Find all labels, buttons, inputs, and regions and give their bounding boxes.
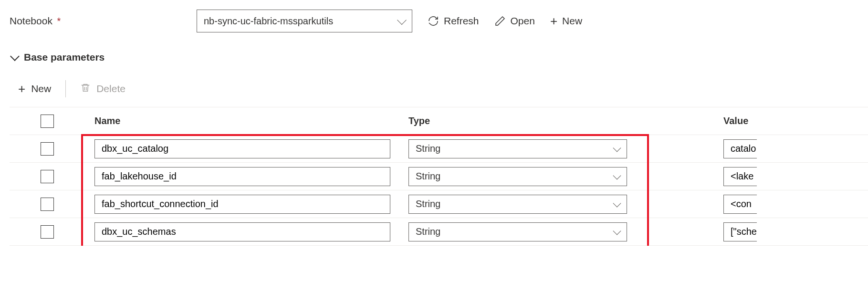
plus-icon: + <box>550 15 557 27</box>
base-parameters-toggle[interactable]: Base parameters <box>10 52 868 63</box>
chevron-down-icon <box>397 15 407 25</box>
param-value-input[interactable] <box>723 167 757 186</box>
notebook-label: Notebook <box>10 15 52 26</box>
refresh-button[interactable]: Refresh <box>428 15 479 27</box>
notebook-dropdown[interactable]: nb-sync-uc-fabric-mssparkutils <box>197 10 412 32</box>
header-name: Name <box>85 115 400 126</box>
trash-icon <box>80 83 91 95</box>
plus-icon: + <box>18 83 25 95</box>
param-value-input[interactable] <box>723 139 757 158</box>
chevron-down-icon <box>613 171 621 179</box>
header-type: Type <box>400 115 715 126</box>
notebook-value: nb-sync-uc-fabric-mssparkutils <box>204 16 333 27</box>
new-button[interactable]: + New <box>550 15 582 27</box>
required-indicator: * <box>57 16 61 26</box>
param-value-input[interactable] <box>723 195 757 214</box>
pencil-icon <box>494 15 506 27</box>
chevron-down-icon <box>10 52 20 61</box>
open-button[interactable]: Open <box>494 15 535 27</box>
select-all-checkbox[interactable] <box>41 115 54 128</box>
row-checkbox[interactable] <box>41 225 54 239</box>
table-header-row: Name Type Value <box>10 107 868 135</box>
refresh-icon <box>428 15 439 27</box>
divider <box>65 80 66 97</box>
table-row: String <box>10 135 868 163</box>
row-checkbox[interactable] <box>41 198 54 211</box>
param-type-select[interactable]: String <box>408 195 627 214</box>
param-value-input[interactable] <box>723 222 757 241</box>
table-row: String <box>10 190 868 218</box>
section-title: Base parameters <box>24 52 105 63</box>
table-row: String <box>10 218 868 246</box>
param-name-input[interactable] <box>94 195 390 214</box>
param-type-select[interactable]: String <box>408 222 627 241</box>
param-name-input[interactable] <box>94 222 390 241</box>
param-name-input[interactable] <box>94 139 390 158</box>
table-row: String <box>10 163 868 190</box>
param-type-select[interactable]: String <box>408 167 627 186</box>
row-checkbox[interactable] <box>41 142 54 156</box>
header-value: Value <box>715 115 748 126</box>
chevron-down-icon <box>613 199 621 207</box>
param-name-input[interactable] <box>94 167 390 186</box>
chevron-down-icon <box>613 144 621 152</box>
param-delete-button[interactable]: Delete <box>76 81 129 97</box>
row-checkbox[interactable] <box>41 170 54 183</box>
param-type-select[interactable]: String <box>408 139 627 158</box>
param-new-button[interactable]: + New <box>14 81 55 97</box>
chevron-down-icon <box>613 227 621 235</box>
